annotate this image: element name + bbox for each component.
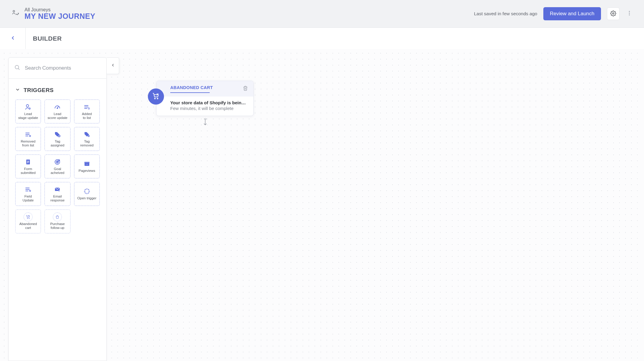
tile-label: Tag assigned: [50, 140, 64, 147]
tile-label: Removed from list: [21, 140, 36, 147]
field-update-icon: [24, 186, 32, 193]
search-icon: [14, 64, 21, 72]
tile-label: Added to list: [82, 112, 92, 120]
chevron-down-icon: [15, 87, 20, 93]
settings-button[interactable]: [607, 7, 620, 20]
node-delete-button[interactable]: [243, 86, 248, 92]
svg-point-1: [613, 13, 614, 14]
components-panel: TRIGGERS Lead stage updateLead score upd…: [8, 57, 107, 361]
section-toggle-triggers[interactable]: TRIGGERS: [15, 87, 100, 94]
tile-label: Lead score update: [47, 112, 68, 120]
chevron-left-icon: [10, 35, 16, 42]
svg-point-5: [15, 65, 19, 69]
node-title: ABANDONED CART: [170, 85, 213, 90]
form-submitted-icon: [24, 158, 32, 166]
svg-point-8: [157, 98, 158, 99]
svg-point-0: [13, 10, 15, 12]
goal-achieved-icon: [54, 158, 61, 166]
lead-score-update-icon: [54, 103, 61, 111]
open-trigger-icon: [83, 187, 91, 195]
node-message-primary: Your store data of Shopify is being sync…: [170, 100, 248, 105]
svg-point-2: [629, 11, 630, 12]
canvas-node-abandoned-cart[interactable]: ABANDONED CART Your store data of Shopif…: [148, 81, 254, 116]
search-input[interactable]: [25, 65, 101, 71]
trigger-tile-field-update[interactable]: Field Update: [15, 182, 41, 206]
trigger-tile-added-to-list[interactable]: Added to list: [74, 100, 100, 123]
tile-label: Goal acheived: [50, 167, 64, 175]
tile-label: Form submitted: [21, 167, 36, 175]
removed-from-list-icon: [24, 131, 32, 138]
tile-label: Purchase follow-up: [50, 222, 65, 230]
review-launch-button[interactable]: Review and Launch: [543, 7, 601, 20]
gear-icon: [610, 10, 616, 17]
tile-label: Pageviews: [79, 169, 95, 173]
journey-icon: [11, 9, 20, 19]
more-vertical-icon: [626, 10, 632, 17]
tile-label: Lead stage update: [18, 112, 38, 120]
trigger-tile-email-response[interactable]: Email response: [45, 182, 70, 206]
trigger-tile-lead-score-update[interactable]: Lead score update: [45, 100, 70, 123]
purchase-follow-up-icon: [53, 213, 62, 221]
trigger-tile-removed-from-list[interactable]: Removed from list: [15, 127, 41, 151]
svg-line-6: [18, 68, 19, 69]
trash-icon: [243, 87, 248, 92]
trigger-tile-form-submitted[interactable]: Form submitted: [15, 155, 41, 178]
trigger-tile-pageviews[interactable]: Pageviews: [74, 155, 100, 178]
svg-point-3: [629, 13, 630, 13]
trigger-tile-abandoned-cart[interactable]: Abandoned cart: [15, 209, 41, 233]
trigger-tile-tag-removed[interactable]: Tag removed: [74, 127, 100, 151]
trigger-tile-purchase-follow-up[interactable]: Purchase follow-up: [45, 209, 70, 233]
tile-label: Abandoned cart: [19, 222, 37, 230]
abandoned-cart-icon: [24, 213, 33, 221]
abandoned-cart-icon: [152, 92, 160, 101]
email-response-icon: [54, 186, 61, 193]
last-saved-text: Last saved in few seconds ago: [474, 11, 537, 16]
subbar-title: BUILDER: [26, 35, 62, 42]
chevron-left-icon: [111, 63, 115, 68]
pageviews-icon: [83, 160, 91, 168]
arrow-down-icon: [203, 120, 207, 127]
section-title: TRIGGERS: [24, 87, 54, 94]
panel-collapse-button[interactable]: [107, 57, 119, 74]
tile-label: Field Update: [23, 195, 34, 202]
added-to-list-icon: [83, 103, 91, 111]
svg-point-4: [629, 14, 630, 15]
tile-label: Open trigger: [77, 196, 96, 200]
trigger-tile-lead-stage-update[interactable]: Lead stage update: [15, 100, 41, 123]
tag-removed-icon: [83, 131, 91, 138]
back-button[interactable]: [0, 28, 26, 49]
svg-point-7: [154, 98, 155, 99]
trigger-tile-tag-assigned[interactable]: Tag assigned: [45, 127, 70, 151]
more-menu-button[interactable]: [625, 7, 633, 20]
tag-assigned-icon: [54, 131, 61, 138]
trigger-tile-goal-achieved[interactable]: Goal acheived: [45, 155, 70, 178]
tile-label: Email response: [50, 195, 65, 202]
tile-label: Tag removed: [80, 140, 93, 147]
trigger-tile-open-trigger[interactable]: Open trigger: [74, 182, 100, 206]
node-connector[interactable]: [203, 118, 208, 127]
node-badge: [148, 88, 164, 105]
lead-stage-update-icon: [24, 103, 32, 111]
node-message-secondary: Few minutes, it will be complete: [170, 106, 248, 111]
journey-title: MY NEW JOURNEY: [24, 12, 95, 21]
